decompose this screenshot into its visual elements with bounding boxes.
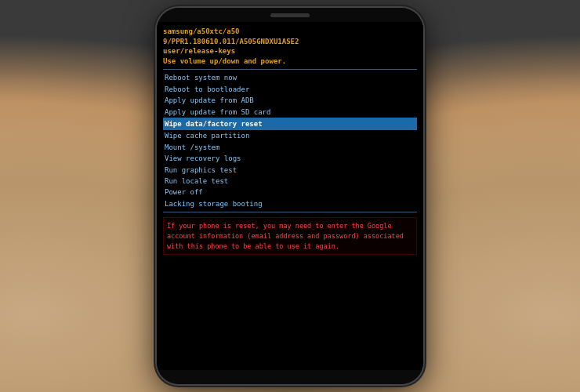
header-line-3: user/release-keys — [163, 46, 417, 56]
phone-speaker — [270, 13, 310, 17]
menu-item-mount-system[interactable]: Mount /system — [163, 142, 417, 153]
phone-screen: samsung/a50xtc/a50 9/PPR1.180610.011/A50… — [157, 22, 423, 370]
warning-text: If your phone is reset, you may need to … — [167, 221, 413, 251]
phone-bottom-bar — [157, 370, 423, 384]
phone-top-bar — [157, 8, 423, 22]
menu-item-wipe-data[interactable]: Wipe data/factory reset — [163, 118, 417, 130]
recovery-menu: Reboot system now Reboot to bootloader A… — [163, 72, 417, 209]
warning-divider — [163, 212, 417, 212]
warning-section: If your phone is reset, you may need to … — [163, 217, 417, 255]
header-line-2: 9/PPR1.180610.011/A505GNDXU1ASE2 — [163, 37, 417, 47]
menu-item-graphics-test[interactable]: Run graphics test — [163, 165, 417, 176]
menu-item-apply-sd[interactable]: Apply update from SD card — [163, 107, 417, 118]
menu-item-reboot-system[interactable]: Reboot system now — [163, 72, 417, 83]
menu-item-reboot-bootloader[interactable]: Reboot to bootloader — [163, 84, 417, 95]
phone: samsung/a50xtc/a50 9/PPR1.180610.011/A50… — [157, 8, 423, 384]
recovery-header: samsung/a50xtc/a50 9/PPR1.180610.011/A50… — [163, 27, 417, 66]
header-line-4: Use volume up/down and power. — [163, 56, 417, 67]
header-line-1: samsung/a50xtc/a50 — [163, 27, 417, 37]
scene: samsung/a50xtc/a50 9/PPR1.180610.011/A50… — [0, 0, 580, 392]
menu-item-locale-test[interactable]: Run locale test — [163, 176, 417, 187]
menu-item-wipe-cache[interactable]: Wipe cache partition — [163, 130, 417, 141]
header-divider — [163, 69, 417, 70]
menu-item-view-logs[interactable]: View recovery logs — [163, 153, 417, 164]
menu-item-apply-adb[interactable]: Apply update from ADB — [163, 95, 417, 106]
menu-item-power-off[interactable]: Power off — [163, 187, 417, 198]
menu-item-lacking-storage[interactable]: Lacking storage booting — [163, 198, 417, 209]
